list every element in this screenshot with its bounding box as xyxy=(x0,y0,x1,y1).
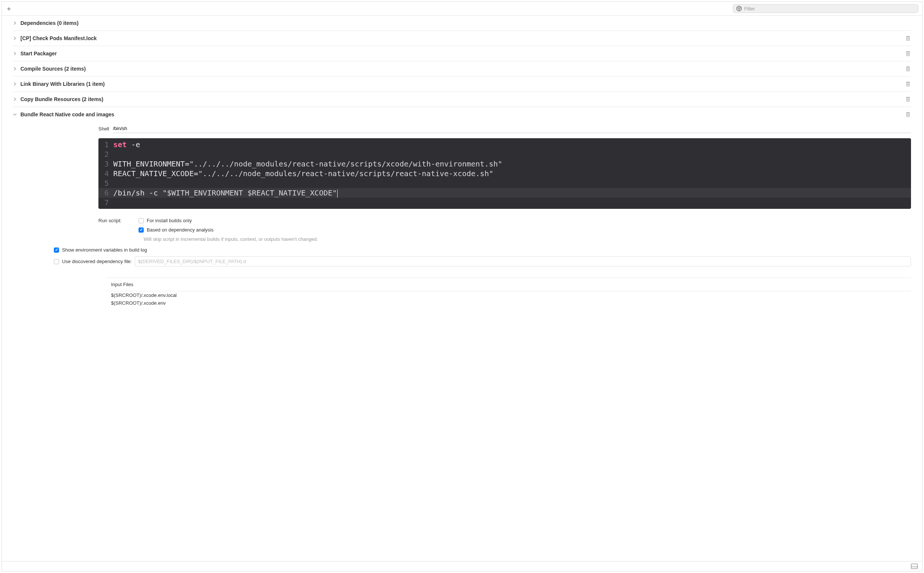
build-phases-panel: ＋ Dependencies (0 items) xyxy=(2,2,922,571)
input-file-row[interactable]: $(SRCROOT)/.xcode.env xyxy=(106,299,911,307)
dependency-analysis-label: Based on dependency analysis xyxy=(147,227,214,233)
phase-header[interactable]: Start Packager xyxy=(13,50,911,56)
code-editor[interactable]: 1set -e 2 3WITH_ENVIRONMENT="../../../no… xyxy=(98,138,911,209)
input-files-section: Input Files $(SRCROOT)/.xcode.env.local … xyxy=(106,277,911,307)
phase-copy-bundle: Copy Bundle Resources (2 items) xyxy=(13,92,911,107)
chevron-right-icon xyxy=(13,82,17,86)
trash-icon[interactable] xyxy=(905,96,911,102)
trash-icon[interactable] xyxy=(905,66,911,72)
discovered-dep-input[interactable] xyxy=(135,257,911,266)
phase-header[interactable]: Link Binary With Libraries (1 item) xyxy=(13,81,911,87)
panel-toggle-icon[interactable] xyxy=(911,564,918,569)
add-phase-button[interactable]: ＋ xyxy=(6,5,12,12)
phase-title: [CP] Check Pods Manifest.lock xyxy=(20,35,97,41)
chevron-right-icon xyxy=(13,36,17,40)
phase-dependencies: Dependencies (0 items) xyxy=(13,16,911,31)
show-env-label: Show environment variables in build log xyxy=(62,247,147,253)
input-file-row[interactable]: $(SRCROOT)/.xcode.env.local xyxy=(106,291,911,299)
phase-title: Link Binary With Libraries (1 item) xyxy=(20,81,105,87)
phase-header[interactable]: [CP] Check Pods Manifest.lock xyxy=(13,35,911,41)
phase-header[interactable]: Bundle React Native code and images xyxy=(13,111,911,117)
dependency-analysis-checkbox[interactable] xyxy=(139,227,144,233)
show-env-checkbox[interactable] xyxy=(54,247,59,253)
chevron-right-icon xyxy=(13,97,17,101)
phase-title: Start Packager xyxy=(20,50,57,56)
trash-icon[interactable] xyxy=(905,35,911,41)
phase-title: Bundle React Native code and images xyxy=(20,111,114,117)
discovered-dep-checkbox[interactable] xyxy=(54,259,59,264)
phase-header[interactable]: Dependencies (0 items) xyxy=(13,20,911,26)
install-builds-checkbox[interactable] xyxy=(139,218,144,223)
toolbar: ＋ xyxy=(2,2,922,16)
run-script-label: Run script: xyxy=(98,218,136,223)
phase-check-pods: [CP] Check Pods Manifest.lock xyxy=(13,31,911,46)
discovered-dep-label: Use discovered dependency file: xyxy=(62,258,132,264)
dependency-hint: Will skip script in incremental builds i… xyxy=(144,236,318,242)
shell-input[interactable] xyxy=(113,124,911,133)
phase-title: Copy Bundle Resources (2 items) xyxy=(20,96,103,102)
trash-icon[interactable] xyxy=(905,81,911,87)
phase-bundle-rn: Bundle React Native code and images Shel… xyxy=(13,107,911,312)
phase-link-binary: Link Binary With Libraries (1 item) xyxy=(13,77,911,92)
chevron-down-icon xyxy=(13,113,17,116)
shell-label: Shell xyxy=(98,126,109,132)
chevron-right-icon xyxy=(13,21,17,25)
phase-body: Shell 1set -e 2 3WITH_ENVIRONMENT="../..… xyxy=(13,117,911,307)
phase-header[interactable]: Compile Sources (2 items) xyxy=(13,66,911,72)
phase-title: Dependencies (0 items) xyxy=(20,20,78,26)
bottom-bar xyxy=(2,561,922,571)
filter-icon xyxy=(736,6,742,11)
phase-compile-sources: Compile Sources (2 items) xyxy=(13,61,911,77)
chevron-right-icon xyxy=(13,67,17,70)
trash-icon[interactable] xyxy=(905,111,911,117)
chevron-right-icon xyxy=(13,52,17,55)
phase-title: Compile Sources (2 items) xyxy=(20,66,86,72)
text-cursor xyxy=(337,189,337,198)
phases-list: Dependencies (0 items) [CP] Check Pods M… xyxy=(2,16,922,561)
phase-header[interactable]: Copy Bundle Resources (2 items) xyxy=(13,96,911,102)
install-builds-label: For install builds only xyxy=(147,218,192,223)
filter-input[interactable] xyxy=(744,6,915,11)
input-files-header[interactable]: Input Files xyxy=(106,278,911,291)
filter-box[interactable] xyxy=(733,4,918,13)
trash-icon[interactable] xyxy=(905,50,911,56)
phase-start-packager: Start Packager xyxy=(13,46,911,61)
